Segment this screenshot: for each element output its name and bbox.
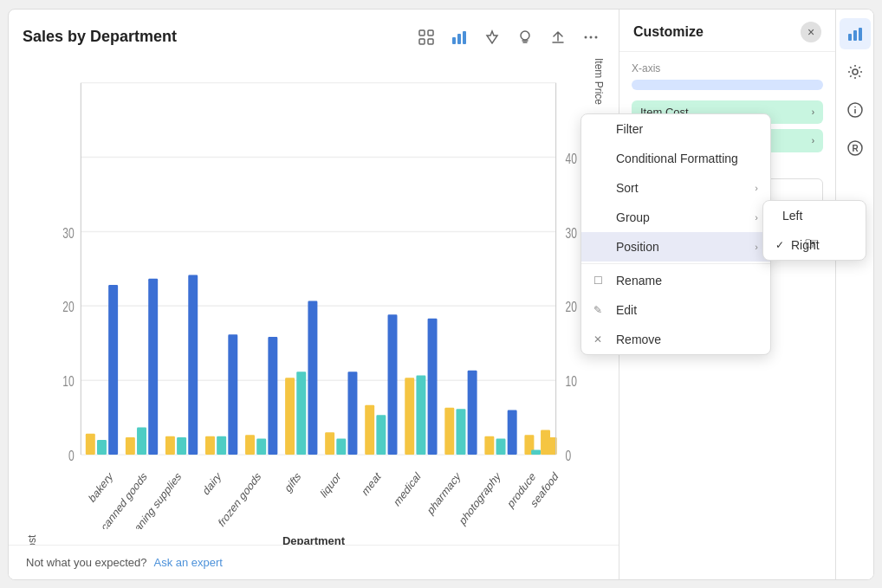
sidebar-bar-chart-btn[interactable] <box>840 18 871 49</box>
svg-rect-47 <box>365 404 374 454</box>
svg-point-8 <box>585 36 587 38</box>
remove-icon: ✕ <box>593 333 607 346</box>
svg-rect-28 <box>108 284 118 454</box>
svg-rect-46 <box>347 372 357 455</box>
svg-point-10 <box>595 36 598 38</box>
svg-text:pharmacy: pharmacy <box>425 468 464 517</box>
svg-rect-58 <box>508 410 517 455</box>
svg-rect-36 <box>217 436 226 454</box>
svg-rect-4 <box>452 37 456 44</box>
pin-icon-btn[interactable] <box>478 23 506 51</box>
svg-rect-3 <box>428 39 433 44</box>
grid-icon-btn[interactable] <box>412 23 440 51</box>
chart-panel: Sales by Department <box>9 10 619 579</box>
menu-item-edit[interactable]: ✎ Edit <box>581 295 770 325</box>
svg-text:photography: photography <box>457 468 503 527</box>
more-icon <box>583 29 599 45</box>
close-button[interactable]: × <box>801 22 821 42</box>
sidebar-bar-chart-icon <box>847 26 863 42</box>
sidebar-info-btn[interactable] <box>840 94 871 126</box>
position-submenu: Left ✓ Right <box>762 200 866 261</box>
share-icon-btn[interactable] <box>544 23 572 51</box>
svg-text:R: R <box>852 144 859 153</box>
svg-rect-35 <box>205 436 215 454</box>
bulb-icon-btn[interactable] <box>511 23 539 51</box>
main-container: Sales by Department <box>8 9 874 580</box>
bar-chart-icon <box>451 29 467 45</box>
bulb-icon <box>517 29 533 45</box>
svg-text:dairy: dairy <box>201 468 224 497</box>
menu-rename-label: Rename <box>616 274 662 288</box>
bar-chart-svg: 0 10 20 30 0 10 20 30 40 <box>38 58 589 529</box>
customize-header: Customize × <box>619 10 835 52</box>
bottom-bar: Not what you expected? Ask an expert <box>9 545 619 579</box>
menu-item-conditional[interactable]: Conditional Formatting <box>581 144 770 173</box>
menu-group-label: Group <box>616 210 650 224</box>
svg-rect-54 <box>456 409 465 455</box>
svg-rect-0 <box>419 30 425 36</box>
svg-text:10: 10 <box>566 373 578 389</box>
pin-icon <box>484 29 500 45</box>
right-checkmark: ✓ <box>775 239 784 251</box>
more-icon-btn[interactable] <box>577 23 605 51</box>
submenu-item-right[interactable]: ✓ Right <box>763 230 866 260</box>
svg-rect-45 <box>336 438 346 455</box>
svg-point-84 <box>854 106 856 107</box>
svg-text:30: 30 <box>62 224 75 240</box>
menu-item-remove[interactable]: ✕ Remove <box>581 325 770 354</box>
position-arrow-icon: › <box>755 242 758 252</box>
menu-item-rename[interactable]: ☐ Rename <box>581 266 770 295</box>
share-icon <box>550 29 566 45</box>
svg-rect-34 <box>188 275 198 455</box>
submenu-left-label: Left <box>782 209 802 223</box>
menu-item-sort[interactable]: Sort › <box>581 173 770 203</box>
svg-rect-53 <box>444 407 454 454</box>
x-axis-pill <box>632 80 823 90</box>
svg-rect-2 <box>419 39 425 44</box>
svg-rect-37 <box>228 334 237 455</box>
svg-rect-6 <box>463 31 466 44</box>
sidebar-gear-btn[interactable] <box>840 56 871 87</box>
svg-rect-41 <box>285 378 295 455</box>
svg-text:medical: medical <box>392 468 423 509</box>
sidebar-info-icon <box>847 102 863 118</box>
bar-chart-icon-btn[interactable] <box>445 23 473 51</box>
svg-text:bakery: bakery <box>87 468 115 505</box>
svg-rect-55 <box>468 370 477 454</box>
svg-text:gifts: gifts <box>282 468 302 494</box>
svg-text:liquor: liquor <box>319 468 344 500</box>
sidebar-r-btn[interactable]: R <box>840 132 871 164</box>
svg-rect-1 <box>428 30 433 36</box>
svg-rect-27 <box>97 439 107 454</box>
chart-svg: 0 10 20 30 0 10 20 30 40 <box>38 58 589 529</box>
svg-rect-39 <box>256 438 266 455</box>
menu-item-position[interactable]: Position › <box>581 232 770 262</box>
submenu-item-left[interactable]: Left <box>763 201 866 230</box>
svg-rect-31 <box>148 278 158 454</box>
svg-rect-26 <box>86 433 95 454</box>
svg-rect-33 <box>177 437 186 455</box>
svg-rect-44 <box>325 432 334 455</box>
menu-item-filter[interactable]: Filter <box>581 114 770 144</box>
svg-rect-5 <box>457 34 461 44</box>
ask-expert-link[interactable]: Ask an expert <box>153 556 223 569</box>
svg-point-81 <box>853 69 858 74</box>
chevron-right-icon-2: › <box>812 136 814 145</box>
chart-inner: 0 10 20 30 0 10 20 30 40 <box>38 58 589 579</box>
menu-conditional-label: Conditional Formatting <box>616 152 738 165</box>
svg-point-7 <box>521 31 529 40</box>
group-arrow-icon: › <box>755 212 758 223</box>
menu-sort-label: Sort <box>616 181 639 195</box>
svg-point-9 <box>590 36 593 38</box>
menu-item-group[interactable]: Group › <box>581 203 770 232</box>
submenu-right-label: Right <box>791 238 820 252</box>
svg-rect-48 <box>376 415 386 455</box>
svg-rect-38 <box>245 435 255 455</box>
svg-rect-49 <box>388 314 398 455</box>
svg-rect-60 <box>531 449 541 455</box>
svg-rect-42 <box>296 372 306 455</box>
svg-rect-32 <box>165 436 175 454</box>
x-axis-section-label: X-axis <box>632 62 823 74</box>
svg-rect-78 <box>848 34 852 41</box>
edit-icon: ✎ <box>593 304 607 316</box>
